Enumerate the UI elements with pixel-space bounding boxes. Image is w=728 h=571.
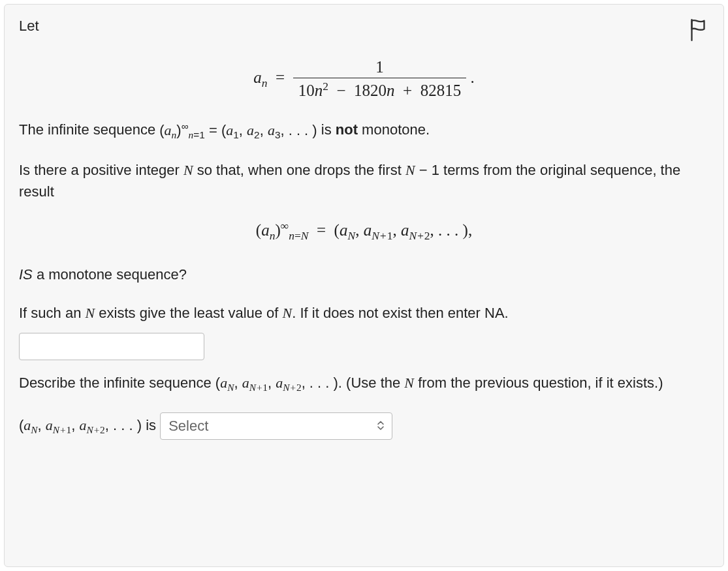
- fraction-numerator: 1: [293, 58, 466, 78]
- text-prefix: The infinite sequence: [19, 122, 159, 138]
- formula-sub: n: [262, 76, 268, 89]
- answer-N-input[interactable]: [19, 333, 204, 360]
- sequence-expression: (an)∞n=1 = (a1, a2, a3, . . . ): [159, 122, 317, 138]
- intro-text: Let: [19, 18, 39, 35]
- select-wrapper: Select: [160, 412, 392, 440]
- question-card: Let an = 1 10n2 − 1820n + 82815 . The in…: [4, 4, 724, 567]
- formula-var: a: [253, 69, 262, 86]
- instruction-least-N: If such an N exists give the least value…: [19, 302, 709, 324]
- emphasis-is: IS: [19, 266, 33, 283]
- formula-fraction: 1 10n2 − 1820n + 82815: [293, 58, 466, 100]
- sequence-expression-2: (aN, aN+1, aN+2, . . . ): [19, 417, 142, 433]
- text-monotone-q: a monotone sequence?: [33, 266, 187, 283]
- formula-definition: an = 1 10n2 − 1820n + 82815 .: [19, 58, 709, 100]
- formula-truncated: (an)∞n=N = (aN, aN+1, aN+2, . . . ),: [19, 219, 709, 243]
- question-para-1: Is there a positive integer N so that, w…: [19, 159, 709, 202]
- text-suffix: monotone.: [358, 122, 430, 138]
- formula-eq: =: [276, 69, 285, 86]
- text-bold-not: not: [336, 122, 358, 138]
- describe-sequence-prompt: Describe the infinite sequence (aN, aN+1…: [19, 372, 709, 395]
- text-mid: is: [321, 122, 336, 138]
- sequence-type-select[interactable]: Select: [160, 412, 392, 440]
- fraction-denominator: 10n2 − 1820n + 82815: [293, 78, 466, 100]
- statement-not-monotone: The infinite sequence (an)∞n=1 = (a1, a2…: [19, 118, 709, 142]
- answer-select-row: (aN, aN+1, aN+2, . . . ) is Select: [19, 412, 709, 440]
- text-is: is: [146, 417, 160, 433]
- question-para-2: IS a monotone sequence?: [19, 264, 709, 285]
- top-row: Let: [19, 18, 709, 46]
- formula-dot: .: [470, 69, 474, 86]
- flag-icon[interactable]: [687, 18, 709, 46]
